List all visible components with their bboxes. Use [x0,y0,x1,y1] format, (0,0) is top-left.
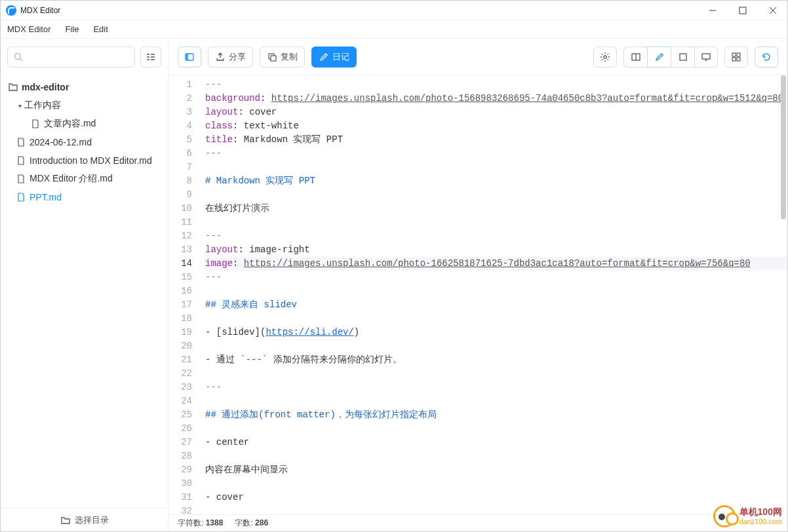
screen-icon [701,52,711,62]
menu-file[interactable]: File [62,23,81,35]
line-gutter: 1234567891011121314151617181920212223242… [168,75,200,514]
copy-button[interactable]: 复制 [260,47,305,67]
tree-folder-label: 工作内容 [24,100,61,111]
edit-mode-button[interactable] [647,47,671,67]
toolbar: 分享 复制 日记 [168,39,787,75]
word-count: 字数: 286 [235,518,268,529]
edit-icon [654,52,665,62]
tree-folder-work[interactable]: ▾ 工作内容 [1,96,168,115]
present-mode-button[interactable] [694,47,718,67]
svg-point-16 [604,55,606,58]
panel-left-icon [184,52,195,62]
preview-mode-button[interactable] [671,47,694,67]
tree-root[interactable]: mdx-editor [1,78,168,96]
folder-open-icon [60,515,71,525]
menubar: MDX Editor File Edit [1,20,787,39]
menu-app[interactable]: MDX Editor [5,23,53,35]
folder-icon [7,82,19,92]
share-label: 分享 [229,51,246,63]
char-count: 字符数: 1388 [178,518,223,529]
svg-rect-23 [737,53,740,56]
tree-file-label: PPT.md [30,192,62,202]
tree-file[interactable]: MDX Editor 介绍.md [1,170,168,188]
tree-file-label: MDX Editor 介绍.md [30,173,113,185]
file-tree: mdx-editor ▾ 工作内容 文章内容.md 2024-06-12.md … [1,75,168,508]
svg-rect-13 [186,54,188,60]
select-directory-button[interactable]: 选择目录 [1,508,168,531]
file-icon [15,192,27,202]
diary-button[interactable]: 日记 [311,47,357,67]
svg-rect-24 [732,58,736,61]
panel-left-button[interactable] [178,47,201,67]
tree-file-label: Introduction to MDX Editor.md [30,155,152,166]
refresh-icon [761,52,772,62]
code-content[interactable]: ---background: https://images.unsplash.c… [200,75,787,514]
svg-rect-20 [702,54,710,59]
search-input[interactable] [7,47,135,67]
tree-file[interactable]: 文章内容.md [1,115,168,133]
minimize-button[interactable] [703,3,722,18]
diary-label: 日记 [332,51,349,63]
tree-file-active[interactable]: PPT.md [1,188,168,206]
window-title: MDX Editor [20,6,60,15]
svg-rect-19 [680,54,686,60]
code-editor[interactable]: 1234567891011121314151617181920212223242… [168,75,787,514]
tree-file-label: 2024-06-12.md [30,137,92,147]
split-view-button[interactable] [623,47,647,67]
svg-rect-15 [271,56,276,61]
pencil-icon [319,52,329,62]
square-icon [678,52,688,62]
search-icon [13,52,24,62]
settings-button[interactable] [593,47,617,67]
upload-icon [215,52,226,62]
tree-collapse-button[interactable] [140,47,161,67]
tree-file-label: 文章内容.md [44,118,96,130]
select-directory-label: 选择目录 [75,514,109,526]
titlebar: MDX Editor [1,1,787,20]
tree-file[interactable]: Introduction to MDX Editor.md [1,151,168,170]
status-bar: 字符数: 1388 字数: 286 [168,514,787,531]
copy-icon [267,52,277,62]
share-button[interactable]: 分享 [208,47,253,67]
grid-button[interactable] [724,47,748,67]
grid-icon [731,52,741,62]
close-button[interactable] [764,3,782,18]
columns-icon [631,52,641,62]
file-icon [15,155,27,166]
file-icon [15,137,27,147]
svg-point-4 [15,54,21,60]
app-icon [6,5,16,16]
svg-rect-1 [739,7,746,14]
tree-root-label: mdx-editor [22,82,69,92]
chevron-down-icon: ▾ [15,102,24,109]
file-icon [15,174,27,184]
scrollbar-vertical[interactable] [779,75,786,512]
copy-label: 复制 [281,51,298,63]
svg-line-5 [20,59,23,62]
gear-icon [600,52,610,62]
sidebar: mdx-editor ▾ 工作内容 文章内容.md 2024-06-12.md … [1,39,168,531]
maximize-button[interactable] [734,3,752,18]
refresh-button[interactable] [755,47,778,67]
menu-edit[interactable]: Edit [90,23,110,35]
scrollbar-thumb[interactable] [781,75,786,219]
svg-rect-22 [732,53,736,56]
file-icon [30,119,41,129]
list-tree-icon [146,52,156,62]
svg-rect-25 [737,58,740,61]
tree-file[interactable]: 2024-06-12.md [1,133,168,151]
